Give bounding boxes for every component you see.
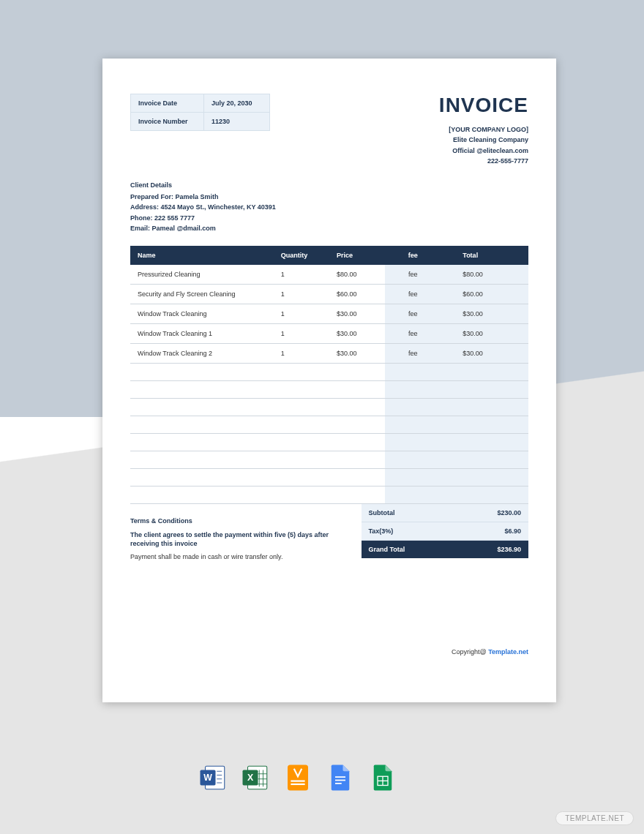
item-fee: fee — [385, 284, 441, 304]
item-name: Window Track Cleaning 2 — [130, 343, 274, 363]
item-name: Window Track Cleaning 1 — [130, 323, 274, 343]
invoice-date-value: July 20, 2030 — [204, 94, 270, 113]
col-price: Price — [329, 246, 385, 265]
table-row: Security and Fly Screen Cleaning1$60.00f… — [130, 284, 528, 304]
client-address: Address: 4524 Mayo St., Winchester, KY 4… — [130, 202, 528, 212]
svg-rect-16 — [291, 781, 304, 782]
table-row-empty — [130, 433, 528, 451]
item-total: $30.00 — [441, 323, 528, 343]
subtotal-row: Subtotal $230.00 — [362, 504, 528, 522]
table-row-empty — [130, 416, 528, 433]
item-qty: 1 — [274, 284, 329, 304]
client-prepared-for: Prepared For: Pamela Smith — [130, 192, 528, 202]
table-row: Window Track Cleaning 11$30.00fee$30.00 — [130, 323, 528, 343]
item-price: $80.00 — [329, 265, 385, 285]
items-header-row: Name Quantity Price fee Total — [130, 246, 528, 265]
bottom-section: Terms & Conditions The client agrees to … — [130, 504, 528, 560]
word-icon[interactable]: W — [198, 762, 228, 793]
svg-text:W: W — [203, 773, 212, 783]
item-fee: fee — [385, 323, 441, 343]
company-phone: 222-555-7777 — [439, 156, 528, 166]
client-heading: Client Details — [130, 180, 528, 190]
client-phone: Phone: 222 555 7777 — [130, 213, 528, 223]
invoice-page: Invoice Date July 20, 2030 Invoice Numbe… — [102, 59, 556, 702]
svg-rect-17 — [291, 784, 304, 785]
totals-block: Subtotal $230.00 Tax(3%) $6.90 Grand Tot… — [362, 504, 528, 560]
item-fee: fee — [385, 304, 441, 323]
terms-heading: Terms & Conditions — [130, 517, 353, 525]
item-fee: fee — [385, 343, 441, 363]
item-price: $60.00 — [329, 284, 385, 304]
watermark: TEMPLATE.NET — [555, 811, 634, 825]
svg-rect-20 — [335, 783, 342, 784]
grand-value: $236.90 — [463, 546, 521, 553]
item-name: Pressurized Cleaning — [130, 265, 274, 285]
item-total: $80.00 — [441, 265, 528, 285]
item-qty: 1 — [274, 265, 329, 285]
table-row-empty — [130, 486, 528, 503]
table-row-empty — [130, 398, 528, 416]
terms-conditions: Terms & Conditions The client agrees to … — [130, 504, 362, 560]
item-total: $60.00 — [441, 284, 528, 304]
subtotal-value: $230.00 — [463, 509, 521, 516]
client-email: Email: Pameal @dmail.com — [130, 223, 528, 233]
item-price: $30.00 — [329, 304, 385, 323]
copyright-prefix: Copyright@ — [452, 648, 488, 655]
grand-label: Grand Total — [369, 546, 463, 553]
meta-block: Invoice Date July 20, 2030 Invoice Numbe… — [130, 94, 270, 131]
tax-value: $6.90 — [463, 527, 521, 535]
tax-row: Tax(3%) $6.90 — [362, 522, 528, 540]
item-fee: fee — [385, 265, 441, 285]
company-info: [YOUR COMPANY LOGO] Elite Cleaning Compa… — [439, 124, 528, 167]
grand-total-row: Grand Total $236.90 — [362, 540, 528, 558]
table-row-empty — [130, 380, 528, 398]
invoice-number-row: Invoice Number 11230 — [131, 113, 270, 131]
svg-text:X: X — [247, 773, 254, 783]
invoice-date-row: Invoice Date July 20, 2030 — [131, 94, 270, 113]
table-row-empty — [130, 363, 528, 380]
table-row: Window Track Cleaning1$30.00fee$30.00 — [130, 304, 528, 323]
pages-icon[interactable] — [282, 762, 313, 793]
item-price: $30.00 — [329, 343, 385, 363]
company-email: Official @eliteclean.com — [439, 146, 528, 156]
invoice-number-label: Invoice Number — [131, 113, 204, 131]
google-sheets-icon[interactable] — [367, 762, 398, 793]
table-row: Pressurized Cleaning1$80.00fee$80.00 — [130, 265, 528, 285]
company-name: Elite Cleaning Company — [439, 135, 528, 145]
excel-icon[interactable]: X — [240, 762, 271, 793]
subtotal-label: Subtotal — [369, 509, 463, 516]
item-qty: 1 — [274, 323, 329, 343]
svg-rect-18 — [335, 776, 345, 778]
invoice-number-value: 11230 — [204, 113, 270, 131]
table-row-empty — [130, 451, 528, 468]
format-icons: W X — [198, 762, 398, 793]
item-total: $30.00 — [441, 343, 528, 363]
table-row: Window Track Cleaning 21$30.00fee$30.00 — [130, 343, 528, 363]
invoice-title: INVOICE — [439, 94, 528, 117]
client-details: Client Details Prepared For: Pamela Smit… — [130, 180, 528, 234]
item-total: $30.00 — [441, 304, 528, 323]
invoice-meta-table: Invoice Date July 20, 2030 Invoice Numbe… — [130, 94, 270, 131]
invoice-date-label: Invoice Date — [131, 94, 204, 113]
copyright-link[interactable]: Template.net — [488, 648, 528, 655]
item-qty: 1 — [274, 343, 329, 363]
terms-line2: Payment shall be made in cash or wire tr… — [130, 553, 353, 560]
terms-line1: The client agrees to settle the payment … — [130, 530, 353, 549]
col-fee: fee — [385, 246, 441, 265]
header: Invoice Date July 20, 2030 Invoice Numbe… — [130, 94, 528, 167]
col-total: Total — [441, 246, 528, 265]
copyright: Copyright@ Template.net — [452, 648, 528, 655]
col-qty: Quantity — [274, 246, 329, 265]
company-logo-placeholder: [YOUR COMPANY LOGO] — [439, 124, 528, 135]
tax-label: Tax(3%) — [369, 527, 463, 535]
google-docs-icon[interactable] — [325, 762, 356, 793]
line-items-table: Name Quantity Price fee Total Pressurize… — [130, 246, 528, 504]
table-row-empty — [130, 468, 528, 486]
item-qty: 1 — [274, 304, 329, 323]
item-name: Security and Fly Screen Cleaning — [130, 284, 274, 304]
item-name: Window Track Cleaning — [130, 304, 274, 323]
item-price: $30.00 — [329, 323, 385, 343]
col-name: Name — [130, 246, 274, 265]
title-block: INVOICE [YOUR COMPANY LOGO] Elite Cleani… — [439, 94, 528, 167]
svg-rect-19 — [335, 780, 345, 781]
